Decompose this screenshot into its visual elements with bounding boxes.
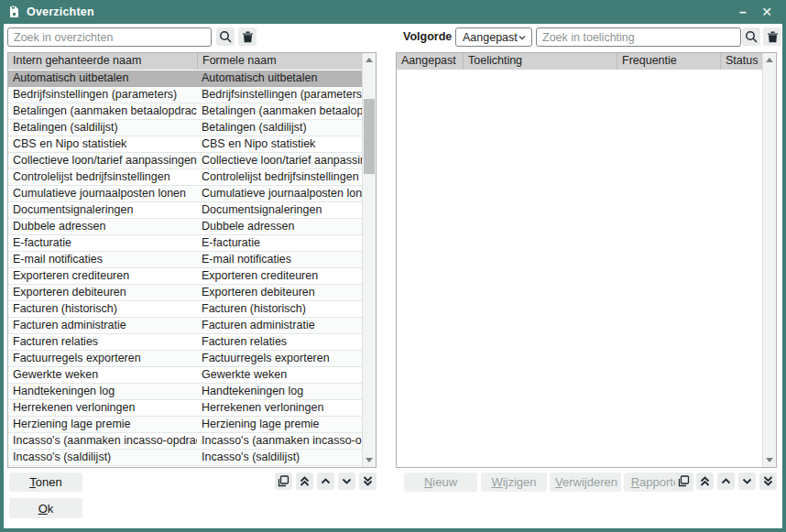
table-row[interactable]: Gewerkte weken Gewerkte weken — [8, 367, 362, 384]
cell-intern-naam: Facturen administratie — [8, 318, 197, 333]
search-toelichting-input[interactable] — [536, 27, 741, 47]
cell-intern-naam: Documentsignaleringen — [8, 202, 197, 218]
cell-formele-naam: Exporteren crediteuren — [197, 268, 362, 284]
cell-formele-naam: Gewerkte weken — [197, 367, 362, 383]
table-row[interactable]: Facturen (historisch) Facturen (historis… — [8, 301, 362, 318]
ok-button[interactable]: Ok — [9, 498, 82, 518]
table-row[interactable]: Handtekeningen log Handtekeningen log — [8, 384, 362, 400]
table-row[interactable]: Betalingen (aanmaken betaalopdrach... Be… — [8, 103, 362, 120]
scroll-down-icon[interactable] — [366, 458, 373, 462]
cell-intern-naam: Incasso's (saldilijst) — [8, 450, 197, 465]
scroll-down-icon[interactable] — [766, 458, 773, 462]
search-icon[interactable] — [216, 27, 235, 46]
cell-intern-naam: Exporteren debiteuren — [8, 285, 197, 300]
overzichten-scrollbar[interactable] — [362, 53, 376, 467]
cell-formele-naam: Handtekeningen log — [197, 384, 362, 399]
table-row[interactable]: Cumulatieve journaalposten lonen Cumulat… — [8, 186, 362, 202]
table-row[interactable]: Incasso's (aanmaken incasso-opdrac... In… — [8, 433, 362, 450]
cell-intern-naam: Handtekeningen log — [8, 384, 197, 399]
column-header-intern[interactable]: Intern gehanteerde naam — [8, 53, 197, 70]
cell-formele-naam: Betalingen (saldilijst) — [197, 120, 362, 136]
table-row[interactable]: Documentsignaleringen Documentsignalerin… — [8, 202, 362, 219]
table-row[interactable]: Incasso's (saldilijst) Incasso's (saldil… — [8, 450, 362, 466]
copy-icon[interactable] — [275, 472, 292, 490]
cell-formele-naam: Collectieve loon/tarief aanpassin... — [197, 153, 362, 168]
toelichting-table: Aangepast Toelichting Frequentie Status — [396, 52, 777, 468]
cell-intern-naam: Bedrijfsinstellingen (parameters) — [8, 87, 197, 103]
cell-intern-naam: Herrekenen verloningen — [8, 400, 197, 416]
table-row[interactable]: E-mail notificaties E-mail notificaties — [8, 252, 362, 268]
tonen-button[interactable]: Tonen — [9, 472, 82, 492]
document-icon — [8, 5, 20, 18]
table-row[interactable]: E-facturatie E-facturatie — [8, 235, 362, 252]
cell-formele-naam: Herziening lage premie — [197, 417, 362, 432]
double-chevron-up-icon[interactable] — [696, 472, 714, 490]
column-header-aangepast[interactable]: Aangepast — [397, 53, 463, 70]
table-row[interactable]: Herrekenen verloningen Herrekenen verlon… — [8, 400, 362, 417]
chevron-up-icon[interactable] — [317, 472, 334, 490]
dialog-content: Intern gehanteerde naam Formele naam Aut… — [4, 24, 782, 528]
trash-icon[interactable] — [238, 27, 257, 46]
chevron-down-icon[interactable] — [738, 472, 756, 490]
cell-formele-naam: Facturen administratie — [197, 318, 362, 333]
chevron-up-icon[interactable] — [717, 472, 735, 490]
column-header-status[interactable]: Status — [720, 53, 762, 70]
column-header-formeel[interactable]: Formele naam — [197, 53, 362, 70]
overzichten-table: Intern gehanteerde naam Formele naam Aut… — [7, 52, 377, 468]
volgorde-dropdown[interactable]: Aangepast — [455, 27, 532, 47]
cell-intern-naam: Collectieve loon/tarief aanpassingen — [8, 153, 197, 168]
table-row[interactable]: Betalingen (saldilijst) Betalingen (sald… — [8, 120, 362, 136]
table-row[interactable]: Herziening lage premie Herziening lage p… — [8, 417, 362, 433]
table-row[interactable]: Automatisch uitbetalen Automatisch uitbe… — [8, 71, 362, 87]
table-row[interactable]: Dubbele adressen Dubbele adressen — [8, 219, 362, 235]
cell-intern-naam: Automatisch uitbetalen — [8, 71, 197, 86]
cell-intern-naam: E-facturatie — [8, 235, 197, 251]
table-row[interactable]: Factuurregels exporteren Factuurregels e… — [8, 351, 362, 367]
table-row[interactable]: Exporteren crediteuren Exporteren credit… — [8, 268, 362, 285]
table-row[interactable]: Controlelijst bedrijfsinstellingen Contr… — [8, 169, 362, 186]
scroll-up-icon[interactable] — [366, 58, 373, 62]
column-header-toelichting[interactable]: Toelichting — [463, 53, 617, 70]
trash-icon[interactable] — [763, 27, 781, 46]
cell-formele-naam: Exporteren debiteuren — [197, 285, 362, 300]
overzichten-table-header: Intern gehanteerde naam Formele naam — [8, 53, 362, 70]
search-icon[interactable] — [742, 27, 760, 46]
table-row[interactable]: Exporteren debiteuren Exporteren debiteu… — [8, 285, 362, 301]
cell-intern-naam: Gewerkte weken — [8, 367, 197, 383]
cell-intern-naam: E-mail notificaties — [8, 252, 197, 267]
copy-icon[interactable] — [675, 472, 693, 490]
close-button[interactable]: ✕ — [755, 2, 779, 22]
cell-formele-naam: Facturen relaties — [197, 334, 362, 350]
cell-intern-naam: Cumulatieve journaalposten lonen — [8, 186, 197, 201]
volgorde-label: Volgorde — [403, 30, 452, 43]
cell-formele-naam: E-mail notificaties — [197, 252, 362, 267]
cell-intern-naam: Dubbele adressen — [8, 219, 197, 234]
table-row[interactable]: Facturen relaties Facturen relaties — [8, 334, 362, 351]
cell-formele-naam: Facturen (historisch) — [197, 301, 362, 317]
titlebar: Overzichten – ✕ — [0, 0, 786, 24]
cell-intern-naam: Betalingen (aanmaken betaalopdrach... — [8, 103, 197, 119]
wijzigen-button[interactable]: Wijzigen — [481, 472, 547, 492]
scroll-up-icon[interactable] — [766, 58, 773, 62]
verwijderen-button[interactable]: Verwijderen — [550, 472, 621, 492]
column-header-frequentie[interactable]: Frequentie — [617, 53, 720, 70]
toelichting-scrollbar[interactable] — [762, 53, 776, 467]
table-row[interactable]: Bedrijfsinstellingen (parameters) Bedrij… — [8, 87, 362, 103]
double-chevron-down-icon[interactable] — [359, 472, 377, 490]
cell-intern-naam: Herziening lage premie — [8, 417, 197, 432]
cell-formele-naam: Herrekenen verloningen — [197, 400, 362, 416]
scrollbar-thumb[interactable] — [364, 99, 375, 174]
chevron-down-icon[interactable] — [338, 472, 355, 490]
minimize-button[interactable]: – — [731, 2, 755, 22]
cell-intern-naam: Controlelijst bedrijfsinstellingen — [8, 169, 197, 185]
double-chevron-down-icon[interactable] — [759, 472, 777, 490]
table-row[interactable]: Collectieve loon/tarief aanpassingen Col… — [8, 153, 362, 169]
cell-formele-naam: Cumulatieve journaalposten lonen — [197, 186, 362, 201]
cell-intern-naam: Factuurregels exporteren — [8, 351, 197, 366]
double-chevron-up-icon[interactable] — [296, 472, 313, 490]
table-row[interactable]: CBS en Nipo statistiek CBS en Nipo stati… — [8, 136, 362, 153]
search-overzichten-input[interactable] — [7, 27, 212, 47]
nieuw-button[interactable]: Nieuw — [404, 472, 477, 492]
left-nav-icons — [275, 472, 377, 490]
table-row[interactable]: Facturen administratie Facturen administ… — [8, 318, 362, 334]
